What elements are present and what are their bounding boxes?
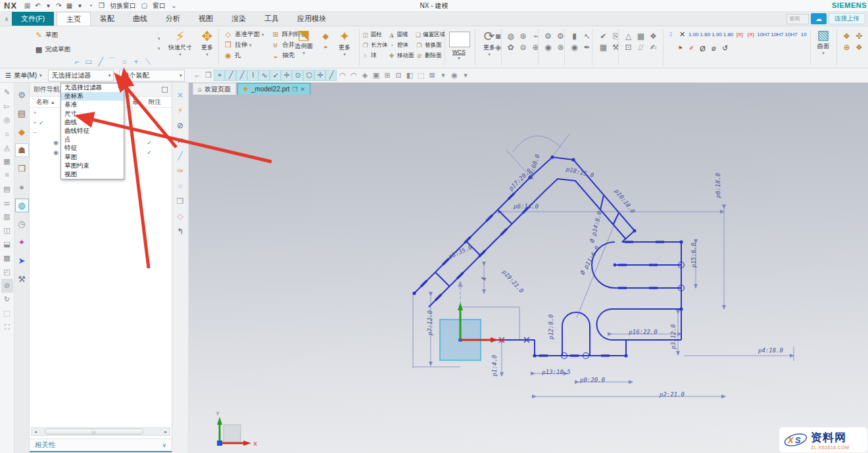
- arc-icon[interactable]: ⌒: [107, 56, 118, 67]
- part-navigator-icon[interactable]: ☗: [15, 143, 29, 157]
- circle-strip-icon[interactable]: ○: [174, 180, 187, 191]
- arc-option-icon[interactable]: ◠: [337, 70, 348, 81]
- pocket-button[interactable]: ◔腔体: [388, 40, 416, 50]
- process-studio-icon[interactable]: ➤: [15, 254, 29, 268]
- system-materials-icon[interactable]: ✦: [15, 235, 29, 249]
- std-tool-icon[interactable]: ◈: [492, 41, 504, 53]
- feature-more-button[interactable]: ✦更多▾: [334, 29, 355, 57]
- undo-icon[interactable]: ↶: [33, 1, 43, 11]
- dashed-box-icon[interactable]: ⬚: [1, 306, 13, 320]
- dropdown-item[interactable]: 曲线特征: [61, 127, 124, 135]
- surface-button[interactable]: ▧曲面▾: [811, 28, 835, 56]
- half-box-icon[interactable]: ⬓: [1, 237, 13, 251]
- dropdown-item[interactable]: 基准: [61, 101, 124, 109]
- dropdown-icon[interactable]: ▾: [437, 70, 448, 81]
- gear-tool-icon[interactable]: ⊛: [554, 41, 567, 53]
- chevron-down-icon[interactable]: ∨: [162, 442, 166, 448]
- texture-icon[interactable]: ▩: [1, 251, 13, 265]
- sphere-button[interactable]: ○球: [362, 51, 388, 60]
- history-panel-icon[interactable]: ◷: [15, 217, 29, 231]
- ribbon-tab[interactable]: 渲染: [222, 12, 255, 26]
- gc-flag-icon[interactable]: ⚑: [675, 43, 686, 53]
- display-dropdown-icon[interactable]: ▾: [75, 1, 85, 11]
- menu-button[interactable]: ☰菜单(M)▾: [5, 71, 47, 80]
- selection-filter-combo[interactable]: 无选择过滤器▾: [48, 70, 114, 82]
- ribbon-tab[interactable]: 装配: [91, 12, 124, 26]
- modeling-tool-icon[interactable]: ▦: [635, 30, 647, 41]
- history-icon[interactable]: ◷: [22, 1, 32, 11]
- circle-icon[interactable]: ○: [118, 56, 130, 67]
- machining-tool-icon[interactable]: ▦: [597, 41, 610, 53]
- arc-option-icon[interactable]: ◠: [348, 70, 359, 81]
- offset-region-button[interactable]: ❏偏置区域: [416, 30, 443, 39]
- sketch-more-button[interactable]: ✥更多▾: [197, 29, 217, 57]
- close-layout-icon[interactable]: ⊠: [426, 70, 437, 81]
- gc-pen-icon[interactable]: ✐: [686, 43, 697, 53]
- gc-fit-icon[interactable]: 10: [798, 30, 809, 39]
- redo-icon[interactable]: ↷: [54, 1, 64, 11]
- gear-tool-icon[interactable]: ⚙: [542, 30, 554, 41]
- rapid-dimension-button[interactable]: ⚡快速尺寸▾: [164, 29, 196, 57]
- dropdown-item[interactable]: 无选择过滤器: [61, 83, 124, 92]
- gc-tol-icon[interactable]: 1.80: [723, 30, 735, 39]
- split-icon[interactable]: ◧: [404, 70, 415, 81]
- snap-intersection-icon[interactable]: ✛: [281, 70, 292, 81]
- gc-tol-icon[interactable]: 1.60: [700, 30, 711, 39]
- extrude-button[interactable]: ❒拉伸▾: [224, 40, 264, 50]
- gear-tool-icon[interactable]: ◉: [542, 41, 554, 53]
- select-box-icon[interactable]: ❒: [203, 70, 214, 81]
- spring-tool-icon[interactable]: ◉: [568, 41, 581, 53]
- dropdown-item[interactable]: 草图: [61, 153, 124, 162]
- replace-face-button[interactable]: ❐替换面: [416, 40, 443, 50]
- gc-x-icon[interactable]: ✕: [677, 30, 688, 39]
- list-icon[interactable]: ▤: [1, 182, 13, 196]
- edge-blend-button[interactable]: ⬔边倒圆▾: [291, 28, 317, 56]
- gc-fit-icon[interactable]: 10H7: [770, 30, 784, 39]
- column-note[interactable]: 附注: [143, 98, 166, 107]
- assembly-tool-icon[interactable]: ❖: [840, 30, 853, 41]
- modeling-tool-icon[interactable]: ⊡: [622, 41, 635, 53]
- hash-icon[interactable]: ⌗: [1, 168, 13, 182]
- no-entry-icon[interactable]: ⊘: [1, 279, 13, 293]
- assembly-tool-icon[interactable]: ✜: [853, 30, 865, 41]
- column-latest[interactable]: 最: [128, 98, 143, 107]
- gc-table-icon[interactable]: ⌶: [665, 30, 677, 39]
- datum-plane-button[interactable]: ◇基准平面▾: [224, 30, 264, 39]
- panel-icon[interactable]: ▥: [1, 210, 13, 224]
- tools-icon[interactable]: ⚒: [15, 272, 29, 286]
- window-icon[interactable]: ◫: [1, 224, 13, 237]
- tab-model22-prt[interactable]: ❖ _model22.prt ❐ ✕: [237, 83, 310, 95]
- gc-fit-icon[interactable]: 10H7: [756, 30, 770, 39]
- gc-boxed-x-icon[interactable]: [X]: [734, 30, 745, 39]
- corner-icon[interactable]: ◰: [1, 265, 13, 279]
- dropdown-item[interactable]: 点: [61, 135, 124, 144]
- close-tab-icon[interactable]: ✕: [300, 86, 305, 93]
- machining-tool-icon[interactable]: ⚒: [610, 41, 622, 53]
- delete-face-button[interactable]: ⊘删除面: [416, 51, 443, 60]
- target-icon[interactable]: ◎: [1, 113, 13, 127]
- menu-window-icon[interactable]: ▣: [370, 70, 381, 81]
- cascade-icon[interactable]: ⊡: [393, 70, 404, 81]
- scrollbar-thumb[interactable]: |||: [45, 429, 143, 435]
- wcs-display-button[interactable]: [449, 32, 470, 47]
- rapid-dimension-icon[interactable]: ⚡: [174, 105, 187, 116]
- cone-button[interactable]: ◮圆锥: [388, 30, 416, 39]
- std-tool-icon[interactable]: ✿: [504, 41, 517, 53]
- cube-strip-icon[interactable]: ❒: [174, 195, 187, 206]
- assembly-tool-icon[interactable]: ❖: [853, 41, 865, 53]
- refresh-icon[interactable]: ↻: [1, 293, 13, 306]
- assembly-tool-icon[interactable]: ⊕: [840, 41, 853, 53]
- hd3d-tools-icon[interactable]: ●: [15, 180, 29, 194]
- modeling-tool-icon[interactable]: △: [622, 30, 635, 41]
- sketch-tool-icon[interactable]: ✎: [1, 85, 13, 99]
- fullscreen-icon[interactable]: ⛶: [1, 320, 13, 334]
- feature-extra-icon[interactable]: ◆: [320, 30, 331, 41]
- dropdown-item[interactable]: 曲线: [61, 118, 124, 127]
- snap-center-icon[interactable]: ⊙: [292, 70, 303, 81]
- scroll-right-icon[interactable]: ▸: [162, 429, 170, 435]
- web-browser-icon[interactable]: ◍: [15, 199, 29, 212]
- qat-customize-icon[interactable]: ⌄: [169, 1, 179, 11]
- search-input[interactable]: 查询: [786, 14, 809, 24]
- dropdown-item[interactable]: 尺寸: [61, 110, 124, 118]
- finish-sketch-button[interactable]: ▩完成草图: [34, 45, 70, 55]
